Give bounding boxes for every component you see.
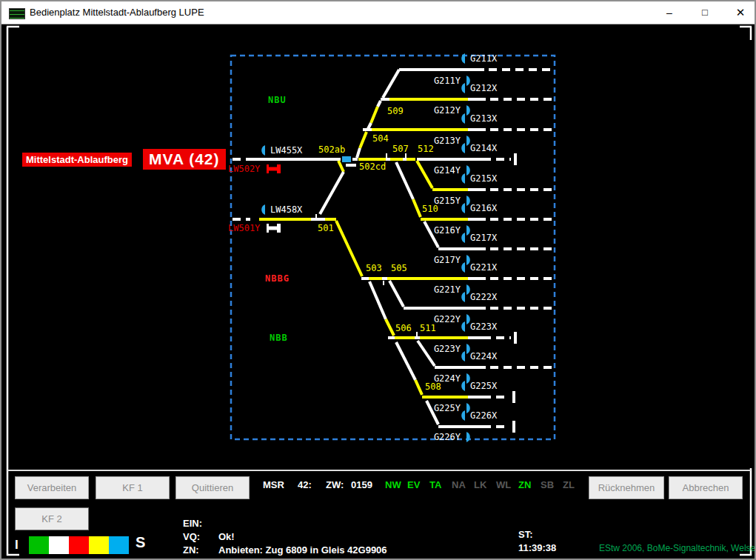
legend-right-label: S [136, 534, 145, 551]
signal-label-G216X[interactable]: G216X [470, 203, 498, 213]
track-segment [417, 161, 432, 188]
signal-label-G222Y[interactable]: G222Y [434, 314, 461, 324]
track-segment [371, 107, 378, 123]
vendor-credit: EStw 2006, BoMe-Signaltechnik, Welsetal [599, 543, 756, 553]
signal-label-G225X[interactable]: G225X [470, 381, 498, 391]
barrier-icon-LW501Y [269, 227, 277, 230]
color-legend [29, 536, 129, 554]
signal-label-G213X[interactable]: G213X [470, 113, 498, 124]
signal-label-G215X[interactable]: G215X [470, 173, 498, 184]
track-segment [415, 380, 422, 395]
barrier-icon-LW502Y [277, 164, 281, 173]
indicator-ZL: ZL [563, 479, 580, 490]
signal-label-LW455X[interactable]: LW455X [270, 145, 303, 156]
indicator-WL: WL [496, 479, 513, 490]
track-segment [413, 199, 421, 217]
signal-label-G214X[interactable]: G214X [470, 143, 498, 153]
signal-icon-G213X [461, 113, 465, 124]
signal-label-LW502Y[interactable]: LW502Y [228, 164, 261, 174]
switch-label-501[interactable]: 501 [318, 223, 334, 233]
kf2-button[interactable]: KF 2 [15, 507, 89, 530]
signal-label-G223X[interactable]: G223X [470, 321, 498, 332]
area-label-NBB: NBB [270, 333, 288, 343]
signal-icon-G226Y [466, 432, 470, 442]
signal-icon-G211X [461, 53, 465, 64]
zw-label: ZW: [326, 479, 351, 490]
abbrechen-button[interactable]: Abbrechen [669, 476, 743, 499]
switch-label-505[interactable]: 505 [391, 263, 407, 273]
track-segment [383, 70, 399, 98]
signal-label-G225Y[interactable]: G225Y [434, 403, 461, 413]
switch-label-512[interactable]: 512 [418, 144, 434, 154]
signal-label-G224Y[interactable]: G224Y [434, 373, 461, 384]
signal-icon-G224X [461, 351, 465, 361]
track-segment [389, 281, 404, 307]
barrier-icon-LW502Y [269, 167, 277, 171]
signal-label-G211Y[interactable]: G211Y [434, 76, 461, 86]
status-row-vq: VQ:Ok! [183, 531, 235, 542]
switch-label-504[interactable]: 504 [372, 133, 389, 144]
signal-label-G212Y[interactable]: G212Y [434, 105, 461, 116]
vq-value: Ok! [218, 531, 235, 542]
indicator-SB: SB [541, 479, 558, 490]
legend-square-4 [109, 536, 129, 554]
ruecknehmen-button[interactable]: Rücknehmen [589, 476, 664, 499]
switch-label-511[interactable]: 511 [420, 323, 436, 333]
app-window: Bedienplatz Mittelstadt-Ablaufberg LUPE … [0, 0, 756, 560]
signal-label-G211X[interactable]: G211X [470, 53, 498, 64]
vq-label: VQ: [183, 531, 218, 542]
verarbeiten-button[interactable]: Verarbeiten [15, 476, 89, 499]
track-segment [396, 342, 415, 380]
signal-label-G215Y[interactable]: G215Y [434, 196, 461, 206]
track-segment [336, 221, 362, 276]
switch-label-502ab[interactable]: 502ab [318, 144, 345, 155]
barrier-icon-LW501Y [277, 224, 281, 233]
signal-icon-G217X [461, 233, 465, 243]
msr-value: 42: [298, 479, 326, 490]
signal-label-LW501Y[interactable]: LW501Y [228, 223, 261, 233]
barrier-icon-LW501Y [267, 224, 269, 233]
signal-icon-G222X [461, 292, 465, 302]
quittieren-button[interactable]: Quittieren [175, 476, 250, 499]
signal-label-G226X[interactable]: G226X [470, 410, 498, 421]
signal-icon-G221X [461, 262, 465, 273]
switch-label-506[interactable]: 506 [395, 323, 412, 333]
signal-label-G217Y[interactable]: G217Y [434, 255, 461, 265]
status-row-ein: EIN: [183, 518, 218, 529]
signal-label-G224X[interactable]: G224X [470, 351, 498, 361]
signal-label-G217X[interactable]: G217X [470, 233, 498, 243]
signal-icon-LW458X [261, 204, 265, 215]
switch-label-503[interactable]: 503 [366, 263, 382, 273]
signal-label-G212X[interactable]: G212X [470, 83, 498, 93]
track-segment [418, 341, 435, 366]
signal-icon-G226X [461, 410, 465, 421]
zn-value: Anbieten: Zug 6809 in Gleis 42G9906 [218, 544, 387, 556]
signal-label-G223Y[interactable]: G223Y [434, 344, 461, 354]
track-segment [396, 162, 413, 199]
signal-label-G226Y[interactable]: G226Y [434, 432, 461, 442]
signal-icon-G223X [461, 321, 465, 332]
signal-label-G221X[interactable]: G221X [470, 262, 498, 273]
indicator-EV: EV [407, 479, 424, 490]
signal-label-G216Y[interactable]: G216Y [434, 225, 461, 236]
switch-label-507[interactable]: 507 [392, 144, 409, 154]
signal-label-LW458X[interactable]: LW458X [270, 204, 303, 215]
track-diagram: 509504502ab502cd507512510501503505506511… [1, 1, 755, 559]
switch-label-509[interactable]: 509 [387, 106, 404, 116]
legend-square-1 [49, 536, 69, 554]
signal-icon-G212X [461, 83, 465, 93]
kf1-button[interactable]: KF 1 [96, 476, 170, 499]
switch-label-502cd[interactable]: 502cd [359, 161, 386, 172]
indicator-ZN: ZN [518, 479, 535, 490]
area-label-NBBG: NBBG [265, 273, 290, 284]
track-segment [378, 101, 381, 107]
signal-label-G214Y[interactable]: G214Y [434, 165, 461, 176]
signal-label-G221Y[interactable]: G221Y [434, 284, 461, 295]
legend-square-2 [69, 536, 89, 554]
msr-status-row: MSR42:ZW:0159 [263, 479, 372, 490]
detector-square [342, 156, 351, 162]
st-label: ST: [518, 529, 533, 540]
indicator-TA: TA [429, 479, 446, 490]
signal-label-G222X[interactable]: G222X [470, 292, 498, 302]
signal-label-G213Y[interactable]: G213Y [434, 136, 461, 146]
